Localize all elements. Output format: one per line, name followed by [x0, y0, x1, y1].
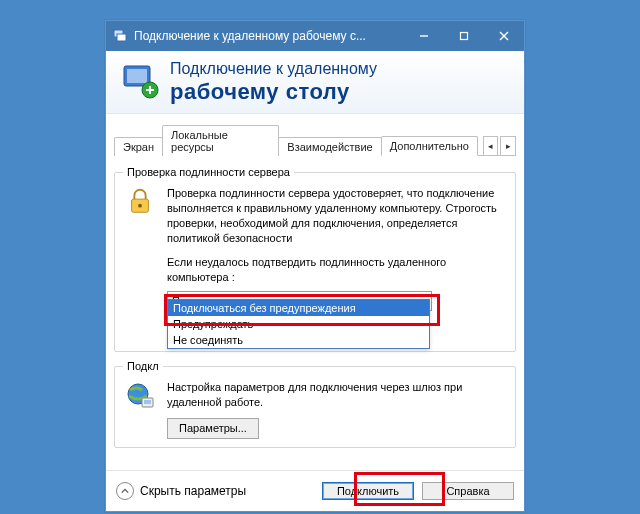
svg-rect-13	[144, 400, 151, 404]
svg-point-10	[138, 204, 142, 208]
tabs-area: Экран Локальные ресурсы Взаимодействие Д…	[106, 114, 524, 156]
header-subtitle: Подключение к удаленному	[170, 60, 377, 78]
auth-failure-dropdown: Подключаться без предупреждения Предупре…	[167, 299, 430, 349]
dropdown-option-dont-connect[interactable]: Не соединять	[168, 332, 429, 348]
group-server-auth-legend: Проверка подлинности сервера	[123, 166, 294, 178]
server-auth-prompt: Если неудалось подтвердить подлинность у…	[167, 255, 507, 285]
tab-experience[interactable]: Взаимодействие	[278, 137, 381, 156]
tab-scroll-right[interactable]: ▸	[500, 136, 516, 155]
chevron-up-icon[interactable]	[116, 482, 134, 500]
rdc-window: Подключение к удаленному рабочему с... П…	[105, 20, 525, 512]
group-gateway: Подкл Настройка параметров для подключен…	[114, 360, 516, 448]
svg-rect-3	[461, 33, 468, 40]
server-auth-desc: Проверка подлинности сервера удостоверяе…	[167, 186, 507, 245]
tab-display[interactable]: Экран	[114, 137, 163, 156]
svg-rect-7	[127, 69, 147, 83]
globe-icon	[123, 380, 157, 412]
app-icon	[112, 28, 128, 44]
close-button[interactable]	[484, 21, 524, 51]
help-button[interactable]: Справка	[422, 482, 514, 500]
svg-rect-1	[117, 34, 126, 41]
tab-body: Проверка подлинности сервера Проверка по…	[106, 156, 524, 470]
gateway-settings-button[interactable]: Параметры...	[167, 418, 259, 439]
lock-icon	[123, 186, 157, 216]
footer: Скрыть параметры Подключить Справка	[106, 470, 524, 511]
tab-advanced[interactable]: Дополнительно	[381, 136, 478, 156]
tab-local-resources[interactable]: Локальные ресурсы	[162, 125, 279, 156]
group-gateway-legend: Подкл	[123, 360, 163, 372]
connect-button[interactable]: Подключить	[322, 482, 414, 500]
hide-options-link[interactable]: Скрыть параметры	[140, 484, 246, 498]
window-title: Подключение к удаленному рабочему с...	[134, 29, 404, 43]
dropdown-option-connect-no-warn[interactable]: Подключаться без предупреждения	[168, 300, 429, 316]
maximize-button[interactable]	[444, 21, 484, 51]
dropdown-option-warn[interactable]: Предупреждать	[168, 316, 429, 332]
titlebar: Подключение к удаленному рабочему с...	[106, 21, 524, 51]
tab-strip: Экран Локальные ресурсы Взаимодействие Д…	[114, 124, 516, 156]
minimize-button[interactable]	[404, 21, 444, 51]
header: Подключение к удаленному рабочему столу	[106, 51, 524, 114]
gateway-desc: Настройка параметров для подключения чер…	[167, 380, 507, 410]
tab-scroll-left[interactable]: ◂	[483, 136, 499, 155]
rdc-logo-icon	[120, 62, 160, 102]
header-title: рабочему столу	[170, 79, 377, 104]
